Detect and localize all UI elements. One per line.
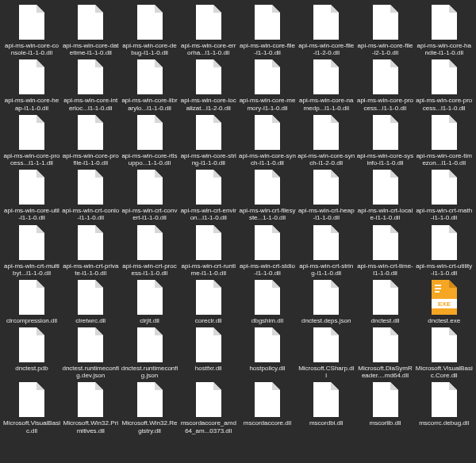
generic-file-icon <box>312 115 340 150</box>
file-item[interactable]: api-ms-win-core-synch-l1-1-0.dll <box>239 115 296 166</box>
file-label: api-ms-win-core-synch-l1-2-0.dll <box>298 152 355 166</box>
generic-file-icon <box>371 59 400 94</box>
file-item[interactable]: api-ms-win-core-process...l1-1-1.dll <box>3 115 60 166</box>
file-item[interactable]: dnctest.pdb <box>3 327 60 379</box>
file-label: api-ms-win-core-datetime-l1-1-0.dll <box>62 42 119 56</box>
file-item[interactable]: api-ms-win-core-namedp...l1-1-0.dll <box>298 59 355 111</box>
file-item[interactable]: api-ms-win-core-rtlsuppo...1-1-0.dll <box>121 115 178 166</box>
file-item[interactable]: dbgshim.dll <box>239 280 296 324</box>
file-item[interactable]: dnctest.dll <box>357 280 414 324</box>
generic-file-icon <box>194 382 223 417</box>
file-item[interactable]: EXEdnctest.exe <box>416 280 473 324</box>
file-item[interactable]: api-ms-win-core-librarylo...l1-1-0.dll <box>121 59 178 111</box>
file-item[interactable]: dnctest.runtimeconfig.json <box>121 327 178 379</box>
file-item[interactable]: api-ms-win-core-handle-l1-1-0.dll <box>416 5 473 56</box>
file-item[interactable]: api-ms-win-core-timezon...l1-1-0.dll <box>416 115 473 166</box>
file-item[interactable]: api-ms-win-core-file-l2-1-0.dll <box>357 5 414 56</box>
generic-file-icon <box>194 280 223 315</box>
file-item[interactable]: api-ms-win-crt-convert-l1-1-0.dll <box>121 170 178 221</box>
file-item[interactable]: api-ms-win-core-console-l1-1-0.dll <box>3 5 60 56</box>
file-item[interactable]: api-ms-win-crt-multibyt...l1-1-0.dll <box>3 225 60 277</box>
file-item[interactable]: api-ms-win-core-process...l1-1-0.dll <box>416 59 473 111</box>
file-item[interactable]: api-ms-win-core-synch-l1-2-0.dll <box>298 115 355 166</box>
file-item[interactable]: api-ms-win-crt-stdio-l1-1-0.dll <box>239 225 296 277</box>
file-item[interactable]: hostfxr.dll <box>180 327 237 379</box>
file-item[interactable]: api-ms-win-core-debug-l1-1-0.dll <box>121 5 178 56</box>
file-item[interactable]: mscorlib.dll <box>357 382 414 434</box>
svg-rect-2 <box>435 291 440 293</box>
file-item[interactable]: api-ms-win-crt-math-l1-1-0.dll <box>416 170 473 221</box>
generic-file-icon <box>136 59 164 94</box>
file-item[interactable]: api-ms-win-core-localizat...l1-2-0.dll <box>180 59 237 111</box>
file-item[interactable]: coreclr.dll <box>180 280 237 324</box>
generic-file-icon <box>430 225 459 260</box>
file-label: mscorrc.debug.dll <box>419 419 469 427</box>
file-label: dnctest.pdb <box>15 365 48 372</box>
file-item[interactable]: api-ms-win-crt-filesyste...1-1-0.dll <box>239 170 296 221</box>
file-item[interactable]: api-ms-win-core-util-l1-1-0.dll <box>3 170 60 221</box>
generic-file-icon <box>371 5 400 40</box>
generic-file-icon <box>194 115 223 150</box>
file-item[interactable]: api-ms-win-core-process...l1-1-0.dll <box>357 59 414 111</box>
file-label: api-ms-win-crt-conio-l1-1-0.dll <box>62 207 119 221</box>
file-item[interactable]: api-ms-win-core-profile-l1-1-0.dll <box>62 115 119 166</box>
file-label: api-ms-win-core-memory-l1-1-0.dll <box>239 97 296 111</box>
file-label: api-ms-win-core-librarylo...l1-1-0.dll <box>121 97 178 111</box>
file-item[interactable]: api-ms-win-core-heap-l1-1-0.dll <box>3 59 60 111</box>
file-item[interactable]: api-ms-win-crt-heap-l1-1-0.dll <box>298 170 355 221</box>
file-item[interactable]: hostpolicy.dll <box>239 327 296 379</box>
file-label: api-ms-win-core-process...l1-1-1.dll <box>3 152 60 166</box>
file-item[interactable]: api-ms-win-crt-locale-l1-1-0.dll <box>357 170 414 221</box>
generic-file-icon <box>430 170 459 205</box>
file-item[interactable]: mscordbi.dll <box>298 382 355 434</box>
file-item[interactable]: api-ms-win-core-string-l1-1-0.dll <box>180 115 237 166</box>
file-item[interactable]: Microsoft.CSharp.dll <box>298 327 355 379</box>
file-item[interactable]: api-ms-win-core-memory-l1-1-0.dll <box>239 59 296 111</box>
file-item[interactable]: mscordaccore_amd64_am...0373.dll <box>180 382 237 434</box>
file-label: api-ms-win-crt-convert-l1-1-0.dll <box>121 207 178 221</box>
file-item[interactable]: api-ms-win-core-sysinfo-l1-1-0.dll <box>357 115 414 166</box>
file-item[interactable]: Microsoft.VisualBasic.Core.dll <box>416 327 473 379</box>
file-item[interactable]: clrjit.dll <box>121 280 178 324</box>
file-item[interactable]: api-ms-win-core-errorha...l1-1-0.dll <box>180 5 237 56</box>
file-item[interactable]: mscordaccore.dll <box>239 382 296 434</box>
file-item[interactable]: api-ms-win-crt-private-l1-1-0.dll <box>62 225 119 277</box>
generic-file-icon <box>430 115 459 150</box>
file-item[interactable]: api-ms-win-core-datetime-l1-1-0.dll <box>62 5 119 56</box>
file-label: dnctest.dll <box>370 317 399 324</box>
generic-file-icon <box>17 5 46 40</box>
file-label: api-ms-win-core-localizat...l1-2-0.dll <box>180 97 237 111</box>
file-item[interactable]: api-ms-win-crt-time-l1-1-0.dll <box>357 225 414 277</box>
file-item[interactable]: Microsoft.VisualBasic.dll <box>3 382 60 434</box>
generic-file-icon <box>17 382 46 417</box>
file-label: clretwrc.dll <box>75 317 106 324</box>
file-label: api-ms-win-core-string-l1-1-0.dll <box>180 152 237 166</box>
file-item[interactable]: api-ms-win-core-file-l1-2-0.dll <box>298 5 355 56</box>
file-item[interactable]: dnctest.deps.json <box>298 280 355 324</box>
file-label: api-ms-win-crt-string-l1-1-0.dll <box>298 262 355 277</box>
generic-file-icon <box>76 280 105 315</box>
file-item[interactable]: api-ms-win-crt-process-l1-1-0.dll <box>121 225 178 277</box>
file-item[interactable]: api-ms-win-core-interloc...l1-1-0.dll <box>62 59 119 111</box>
file-item[interactable]: api-ms-win-crt-utility-l1-1-0.dll <box>416 225 473 277</box>
file-item[interactable]: Microsoft.Win32.Registry.dll <box>121 382 178 434</box>
file-item[interactable]: api-ms-win-crt-conio-l1-1-0.dll <box>62 170 119 221</box>
generic-file-icon <box>312 327 340 362</box>
file-item[interactable]: Microsoft.Win32.Primitives.dll <box>62 382 119 434</box>
generic-file-icon <box>17 59 46 94</box>
generic-file-icon <box>430 59 459 94</box>
generic-file-icon <box>17 280 46 315</box>
file-item[interactable]: api-ms-win-core-file-l1-1-0.dll <box>239 5 296 56</box>
file-item[interactable]: dnctest.runtimeconfig.dev.json <box>62 327 119 379</box>
file-item[interactable]: api-ms-win-crt-environ...l1-1-0.dll <box>180 170 237 221</box>
file-item[interactable]: api-ms-win-crt-runtime-l1-1-0.dll <box>180 225 237 277</box>
file-item[interactable]: api-ms-win-crt-string-l1-1-0.dll <box>298 225 355 277</box>
file-label: coreclr.dll <box>195 317 222 324</box>
file-label: api-ms-win-core-profile-l1-1-0.dll <box>62 152 119 166</box>
generic-file-icon <box>371 225 400 260</box>
generic-file-icon <box>371 115 400 150</box>
file-item[interactable]: clretwrc.dll <box>62 280 119 324</box>
file-item[interactable]: clrcompression.dll <box>3 280 60 324</box>
file-item[interactable]: mscorrc.debug.dll <box>416 382 473 434</box>
file-item[interactable]: Microsoft.DiaSymReader....md64.dll <box>357 327 414 379</box>
